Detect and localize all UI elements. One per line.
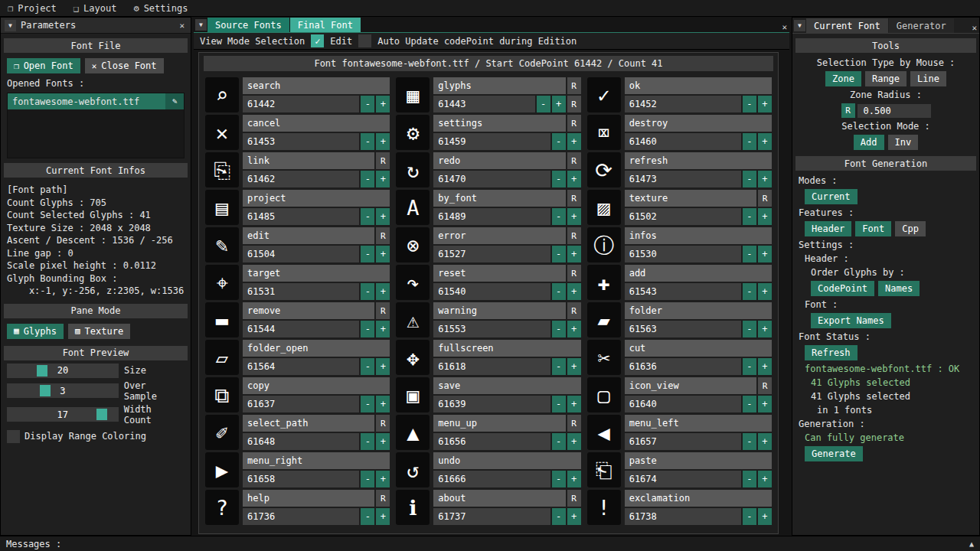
- decrement-button[interactable]: -: [743, 433, 756, 450]
- folder_open-icon[interactable]: ▱: [205, 340, 239, 375]
- increment-button[interactable]: +: [376, 321, 390, 337]
- pane-mode-glyphs-button[interactable]: ▦Glyphs: [7, 324, 64, 339]
- add-icon[interactable]: ✚: [587, 265, 621, 300]
- glyph-name-input[interactable]: refresh: [625, 152, 772, 169]
- increment-button[interactable]: +: [567, 246, 581, 262]
- glyph-name-input[interactable]: glyphs: [433, 77, 565, 94]
- pane-mode-texture-button[interactable]: ▨Texture: [68, 324, 130, 339]
- increment-button[interactable]: +: [567, 321, 581, 337]
- reset-radius-button[interactable]: R: [841, 103, 855, 118]
- icon_view-icon[interactable]: ▢: [587, 377, 621, 412]
- glyph-codepoint-input[interactable]: 61640: [625, 396, 741, 412]
- decrement-button[interactable]: -: [361, 133, 374, 150]
- help-icon[interactable]: ?: [205, 490, 239, 525]
- decrement-button[interactable]: -: [552, 433, 566, 450]
- error-icon[interactable]: ⊗: [396, 227, 430, 262]
- decrement-button[interactable]: -: [361, 96, 374, 112]
- save-icon[interactable]: ▣: [396, 377, 430, 412]
- tab-list-arrow-icon[interactable]: ▼: [195, 19, 207, 31]
- decrement-button[interactable]: -: [552, 171, 566, 187]
- fullscreen-icon[interactable]: ✥: [396, 340, 430, 375]
- select_path-icon[interactable]: ✐: [205, 415, 239, 450]
- glyph-name-input[interactable]: link: [243, 152, 374, 169]
- folder-icon[interactable]: ▰: [587, 302, 621, 337]
- glyph-codepoint-input[interactable]: 61637: [243, 396, 359, 412]
- reset-name-button[interactable]: R: [567, 415, 581, 432]
- increment-button[interactable]: +: [567, 471, 581, 487]
- increment-button[interactable]: +: [758, 283, 772, 300]
- codepoint-button[interactable]: CodePoint: [811, 281, 874, 296]
- reset-name-button[interactable]: R: [567, 265, 581, 282]
- decrement-button[interactable]: -: [361, 433, 374, 450]
- generate-button[interactable]: Generate: [805, 446, 863, 461]
- decrement-button[interactable]: -: [552, 471, 566, 487]
- increment-button[interactable]: +: [758, 321, 772, 337]
- decrement-button[interactable]: -: [552, 508, 566, 525]
- glyph-codepoint-input[interactable]: 61485: [243, 208, 359, 225]
- decrement-button[interactable]: -: [743, 321, 756, 337]
- collapse-arrow-icon[interactable]: ▼: [5, 20, 16, 31]
- glyph-codepoint-input[interactable]: 61618: [433, 358, 550, 375]
- edit-pencil-icon[interactable]: ✎: [165, 93, 184, 109]
- increment-button[interactable]: +: [758, 433, 772, 450]
- glyph-codepoint-input[interactable]: 61453: [243, 133, 359, 150]
- increment-button[interactable]: +: [758, 96, 772, 112]
- header-button[interactable]: Header: [805, 221, 851, 236]
- increment-button[interactable]: +: [376, 471, 390, 487]
- glyph-name-input[interactable]: infos: [625, 227, 772, 244]
- cut-icon[interactable]: ✂: [587, 340, 621, 375]
- menu_left-icon[interactable]: ◀: [587, 415, 621, 450]
- about-icon[interactable]: ℹ: [396, 490, 430, 525]
- warning-icon[interactable]: ⚠: [396, 302, 430, 337]
- refresh-icon[interactable]: ⟳: [587, 152, 621, 187]
- menu-item-project[interactable]: ❐Project: [8, 3, 57, 14]
- reset-name-button[interactable]: R: [567, 490, 581, 507]
- glyph-name-input[interactable]: add: [625, 265, 772, 282]
- reset-name-button[interactable]: R: [376, 490, 390, 507]
- target-icon[interactable]: ⌖: [205, 265, 239, 300]
- glyph-codepoint-input[interactable]: 61544: [243, 321, 359, 337]
- glyph-codepoint-input[interactable]: 61462: [243, 171, 359, 187]
- glyph-codepoint-input[interactable]: 61564: [243, 358, 359, 375]
- exclamation-icon[interactable]: !: [587, 490, 621, 525]
- increment-button[interactable]: +: [376, 396, 390, 412]
- increment-button[interactable]: +: [758, 396, 772, 412]
- reset-name-button[interactable]: R: [376, 415, 390, 432]
- increment-button[interactable]: +: [552, 96, 566, 112]
- slider-size[interactable]: 20: [7, 364, 119, 378]
- glyph-name-input[interactable]: menu_right: [243, 452, 390, 469]
- glyph-name-input[interactable]: cut: [625, 340, 772, 357]
- glyph-name-input[interactable]: remove: [243, 302, 374, 319]
- reset-name-button[interactable]: R: [567, 152, 581, 169]
- tab-generator[interactable]: Generator: [889, 18, 954, 33]
- increment-button[interactable]: +: [567, 283, 581, 300]
- glyph-codepoint-input[interactable]: 61656: [433, 433, 550, 450]
- cancel-icon[interactable]: ✕: [205, 115, 239, 150]
- increment-button[interactable]: +: [567, 208, 581, 225]
- reset-name-button[interactable]: R: [758, 377, 772, 394]
- increment-button[interactable]: +: [758, 208, 772, 225]
- inv-button[interactable]: Inv: [888, 135, 919, 150]
- cpp-button[interactable]: Cpp: [895, 221, 926, 236]
- decrement-button[interactable]: -: [743, 246, 756, 262]
- glyph-name-input[interactable]: select_path: [243, 415, 374, 432]
- decrement-button[interactable]: -: [361, 283, 374, 300]
- increment-button[interactable]: +: [758, 358, 772, 375]
- glyph-name-input[interactable]: icon_view: [625, 377, 756, 394]
- increment-button[interactable]: +: [376, 358, 390, 375]
- glyph-codepoint-input[interactable]: 61527: [433, 246, 550, 262]
- menu_up-icon[interactable]: ▲: [396, 415, 430, 450]
- glyph-name-input[interactable]: undo: [433, 452, 580, 469]
- redo-icon[interactable]: ↻: [396, 152, 430, 187]
- increment-button[interactable]: +: [567, 396, 581, 412]
- increment-button[interactable]: +: [758, 246, 772, 262]
- decrement-button[interactable]: -: [743, 208, 756, 225]
- decrement-button[interactable]: -: [361, 246, 374, 262]
- glyph-codepoint-input[interactable]: 61657: [625, 433, 741, 450]
- line-button[interactable]: Line: [910, 71, 946, 86]
- glyph-codepoint-input[interactable]: 61636: [625, 358, 741, 375]
- decrement-button[interactable]: -: [552, 321, 566, 337]
- decrement-button[interactable]: -: [361, 508, 374, 525]
- range-button[interactable]: Range: [865, 71, 906, 86]
- tab-current-font[interactable]: Current Font: [806, 18, 888, 33]
